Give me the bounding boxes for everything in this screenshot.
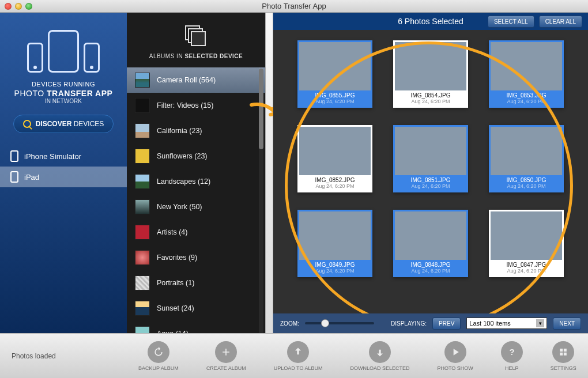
tool-label: PHOTO SHOW [437,365,473,371]
album-item[interactable]: Portraits (1) [127,270,265,296]
discover-devices-button[interactable]: DISCOVER DEVICES [13,115,114,133]
album-label: Camera Roll (564) [157,76,216,84]
tool-settings[interactable]: SETTINGS [551,341,576,371]
tool-backup[interactable]: BACKUP ALBUM [138,341,179,371]
photo-card[interactable]: IMG_0851.JPGAug 24, 6:20 PM [393,125,468,192]
svg-rect-2 [564,349,567,351]
tool-label: HELP [505,365,519,371]
photo-date: Aug 24, 6:20 PM [315,268,354,275]
tool-label: CREATE ALBUM [206,365,246,371]
photo-thumb [299,42,371,90]
photo-card[interactable]: IMG_0848.JPGAug 24, 6:20 PM [393,210,468,277]
device-label: iPhone Simulator [24,152,81,161]
tool-download[interactable]: DOWNLOAD SELECTED [350,341,409,371]
phone-icon [84,43,100,73]
album-label: Favorites (9) [157,254,197,262]
display-range-select[interactable]: Last 100 items ▼ [466,317,547,329]
album-label: Sunset (24) [157,304,194,312]
album-item[interactable]: Filter: Videos (15) [127,93,265,118]
help-icon: ? [501,341,523,363]
album-item[interactable]: Camera Roll (564) [127,67,265,93]
album-thumb [135,98,150,113]
album-item[interactable]: California (23) [127,118,265,143]
album-item[interactable]: Artists (4) [127,220,265,245]
tool-upload[interactable]: UPLOAD TO ALBUM [274,341,323,371]
pane-divider[interactable] [265,13,273,333]
photo-card[interactable]: IMG_0850.JPGAug 24, 6:20 PM [489,125,564,192]
settings-icon [552,341,574,363]
album-label: Artists (4) [157,228,187,236]
album-thumb [135,199,150,214]
album-label: Portraits (1) [157,279,194,287]
app-brand: PHOTO TRANSFER APP [14,89,113,98]
photo-name: IMG_0849.JPG [315,260,355,268]
tool-play[interactable]: PHOTO SHOW [437,341,473,371]
photo-card[interactable]: IMG_0849.JPGAug 24, 6:20 PM [297,210,372,277]
device-item[interactable]: iPhone Simulator [0,146,127,167]
photo-date: Aug 24, 6:20 PM [315,99,354,106]
album-thumb [135,225,150,240]
svg-rect-1 [560,349,563,351]
albums-icon [185,25,207,47]
album-item[interactable]: New York (50) [127,194,265,220]
photo-grid: IMG_0855.JPGAug 24, 6:20 PMIMG_0854.JPGA… [273,30,588,313]
photo-name: IMG_0852.JPG [315,175,355,183]
album-thumb [135,250,150,265]
photo-date: Aug 24, 6:20 PM [315,183,354,191]
devices-illustration [27,30,100,73]
photo-thumb [491,127,562,175]
album-item[interactable]: Favorites (9) [127,245,265,270]
devices-running-label: DEVICES RUNNING [32,81,95,88]
album-thumb [135,301,150,316]
tool-plus[interactable]: CREATE ALBUM [206,341,246,371]
svg-rect-4 [564,352,567,355]
selection-count: 6 Photos Selected [273,17,588,26]
albums-header: ALBUMS IN SELECTED DEVICE [127,13,265,67]
svg-text:?: ? [509,347,514,357]
photo-date: Aug 24, 6:20 PM [507,99,545,106]
chevron-down-icon: ▼ [536,319,544,327]
tool-label: BACKUP ALBUM [138,365,179,371]
device-item[interactable]: iPad [0,167,127,187]
download-icon [369,341,391,363]
tool-help[interactable]: ?HELP [501,341,523,371]
tool-label: DOWNLOAD SELECTED [350,365,409,371]
photo-thumb [299,211,371,260]
photo-card[interactable]: IMG_0854.JPGAug 24, 6:20 PM [393,40,468,108]
svg-rect-3 [560,352,563,355]
status-text: Photos loaded [12,352,115,360]
album-item[interactable]: Sunflowers (23) [127,143,265,169]
photo-card[interactable]: IMG_0855.JPGAug 24, 6:20 PM [297,40,372,108]
album-item[interactable]: Sunset (24) [127,296,265,321]
device-icon [10,171,18,183]
zoom-slider[interactable] [305,322,374,324]
photo-name: IMG_0855.JPG [315,90,355,99]
album-thumb [135,275,150,290]
photo-card[interactable]: IMG_0847.JPGAug 24, 6:20 PM [489,210,564,277]
album-item[interactable]: Aqua (14) [127,321,265,333]
photo-name: IMG_0850.JPG [507,175,546,183]
photo-date: Aug 24, 6:20 PM [411,183,450,191]
photo-date: Aug 24, 6:20 PM [507,183,545,191]
device-label: iPad [24,173,39,182]
in-network-label: IN NETWORK [45,98,82,104]
upload-icon [287,341,309,363]
photo-name: IMG_0853.JPG [507,90,546,99]
grid-footer: ZOOM: DISPLAYING: PREV Last 100 items ▼ … [273,313,588,333]
photo-thumb [395,127,466,175]
album-thumb [135,326,150,333]
photo-name: IMG_0848.JPG [411,260,451,268]
photo-card[interactable]: IMG_0852.JPGAug 24, 6:20 PM [297,125,372,192]
tool-label: SETTINGS [551,365,576,371]
photo-card[interactable]: IMG_0853.JPGAug 24, 6:20 PM [489,40,564,108]
photo-thumb [395,42,466,90]
photo-name: IMG_0854.JPG [411,90,451,99]
titlebar: Photo Transfer App [0,0,588,13]
prev-button[interactable]: PREV [432,317,461,330]
device-icon [10,150,18,162]
photo-name: IMG_0847.JPG [507,260,546,268]
play-icon [444,341,466,363]
next-button[interactable]: NEXT [553,317,581,330]
album-item[interactable]: Landscapes (12) [127,169,265,194]
search-icon [23,120,31,128]
